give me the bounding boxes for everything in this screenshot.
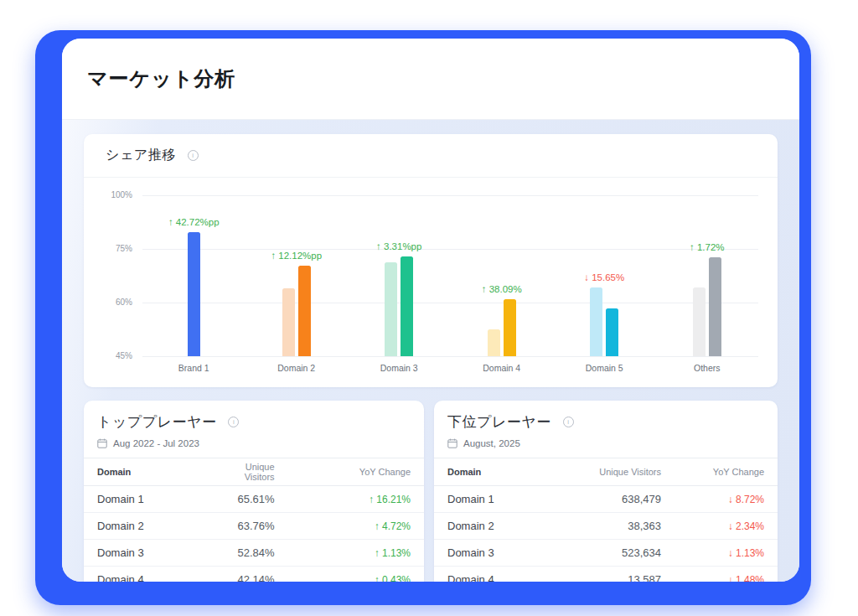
visitors-cell: 38,363 (555, 513, 675, 540)
date-range-label: Aug 2022 - Jul 2023 (113, 438, 199, 448)
plot-area: ↑ 42.72%pp↑ 12.12%pp↑ 3.31%pp↑ 38.09%↓ 1… (142, 195, 758, 356)
bar[interactable] (401, 256, 413, 356)
column-header: Domain (84, 458, 220, 486)
x-axis-label: Domain 3 (348, 363, 451, 373)
yoy-change-cell: ↓ 8.72% (675, 486, 778, 513)
calendar-icon (97, 438, 107, 448)
visitors-cell: 65.61% (220, 486, 287, 513)
visitors-cell: 63.76% (220, 513, 287, 540)
x-axis-label: Domain 2 (246, 363, 349, 373)
domain-cell: Domain 2 (434, 513, 555, 540)
table-header-row: DomainUnique VisitorsYoY Change (434, 458, 778, 486)
table-row: Domain 413,587↓ 1.48% (434, 567, 778, 582)
table-row: Domain 238,363↓ 2.34% (434, 513, 778, 540)
x-axis-label: Brand 1 (142, 363, 246, 373)
top-players-title: トッププレーヤー (97, 412, 216, 432)
change-label: ↓ 15.65% (584, 272, 624, 282)
domain-cell: Domain 3 (84, 540, 220, 567)
bar[interactable] (385, 262, 397, 356)
yoy-change-cell: ↓ 1.48% (675, 567, 778, 582)
visitors-cell: 638,479 (555, 486, 675, 513)
yoy-change-cell: ↓ 1.13% (675, 540, 778, 567)
visitors-cell: 52.84% (220, 540, 287, 567)
table-row: Domain 263.76%↑ 4.72% (84, 513, 424, 540)
domain-cell: Domain 4 (84, 567, 220, 582)
table-row: Domain 3523,634↓ 1.13% (434, 540, 778, 567)
column-header: Unique Visitors (220, 458, 287, 486)
top-players-header: トッププレーヤー i Aug 2022 - Jul 2023 (84, 401, 424, 458)
bar-group: ↑ 3.31%pp (348, 195, 451, 356)
bottom-players-card: 下位プレーヤー i August, 2025 (434, 401, 778, 582)
tables-row: トッププレーヤー i Aug 2022 - Jul 2023 (84, 401, 778, 582)
change-label: ↑ 42.72%pp (168, 217, 220, 227)
domain-cell: Domain 2 (84, 513, 220, 540)
visitors-cell: 523,634 (555, 540, 675, 567)
y-tick-label: 100% (84, 190, 132, 199)
bar[interactable] (504, 299, 516, 356)
x-axis-label: Domain 5 (553, 363, 656, 373)
x-axis-label: Domain 4 (451, 363, 554, 373)
date-range-label: August, 2025 (463, 438, 520, 448)
dashboard-panel: マーケット分析 シェア推移 i 100%75%60%45% ↑ 42.72%pp… (62, 39, 799, 582)
bar[interactable] (282, 288, 295, 356)
visitors-cell: 42.14% (220, 567, 287, 582)
app-frame: マーケット分析 シェア推移 i 100%75%60%45% ↑ 42.72%pp… (35, 30, 811, 605)
bar-group: ↑ 1.72% (656, 195, 759, 356)
domain-cell: Domain 3 (434, 540, 555, 567)
dashboard-content: シェア推移 i 100%75%60%45% ↑ 42.72%pp↑ 12.12%… (62, 120, 799, 582)
bar[interactable] (298, 266, 311, 356)
column-header: YoY Change (675, 458, 778, 486)
share-trend-chart: 100%75%60%45% ↑ 42.72%pp↑ 12.12%pp↑ 3.31… (84, 178, 778, 386)
bottom-players-date-range[interactable]: August, 2025 (447, 438, 764, 448)
share-trend-card: シェア推移 i 100%75%60%45% ↑ 42.72%pp↑ 12.12%… (84, 134, 778, 387)
bar-group: ↑ 42.72%pp (142, 195, 246, 356)
bar[interactable] (693, 287, 706, 356)
table-row: Domain 442.14%↑ 0.43% (84, 567, 424, 582)
bar-group: ↑ 12.12%pp (246, 195, 349, 356)
bottom-players-table: DomainUnique VisitorsYoY ChangeDomain 16… (434, 458, 778, 582)
visitors-cell: 13,587 (555, 567, 675, 582)
change-label: ↑ 38.09% (482, 284, 522, 294)
bar[interactable] (606, 308, 618, 356)
yoy-change-cell: ↑ 1.13% (288, 540, 424, 567)
column-header: Unique Visitors (555, 458, 675, 486)
change-label: ↑ 1.72% (690, 242, 725, 252)
x-axis: Brand 1Domain 2Domain 3Domain 4Domain 5O… (142, 363, 758, 373)
change-label: ↑ 3.31%pp (376, 241, 421, 251)
column-header: YoY Change (288, 458, 424, 486)
page-header: マーケット分析 (62, 39, 799, 120)
info-icon[interactable]: i (228, 417, 239, 427)
table-row: Domain 352.84%↑ 1.13% (84, 540, 424, 567)
yoy-change-cell: ↓ 2.34% (675, 513, 778, 540)
bar[interactable] (590, 287, 602, 356)
bottom-players-header: 下位プレーヤー i August, 2025 (434, 401, 778, 458)
share-trend-card-header: シェア推移 i (84, 134, 778, 178)
x-axis-label: Others (656, 363, 759, 373)
bar-group: ↑ 38.09% (451, 195, 554, 356)
table-row: Domain 1638,479↓ 8.72% (434, 486, 778, 513)
gridline (142, 356, 758, 357)
yoy-change-cell: ↑ 16.21% (288, 486, 424, 513)
bar[interactable] (188, 232, 200, 356)
domain-cell: Domain 4 (434, 567, 555, 582)
top-players-card: トッププレーヤー i Aug 2022 - Jul 2023 (84, 401, 424, 582)
yoy-change-cell: ↑ 0.43% (288, 567, 424, 582)
column-header: Domain (434, 458, 555, 486)
top-players-table: DomainUnique VisitorsYoY ChangeDomain 16… (84, 458, 424, 582)
table-header-row: DomainUnique VisitorsYoY Change (84, 458, 424, 486)
y-tick-label: 60% (84, 298, 132, 307)
domain-cell: Domain 1 (434, 486, 555, 513)
top-players-date-range[interactable]: Aug 2022 - Jul 2023 (97, 438, 411, 448)
calendar-icon (447, 438, 457, 448)
page-title: マーケット分析 (87, 65, 235, 92)
bar[interactable] (709, 257, 721, 356)
y-tick-label: 75% (84, 244, 132, 253)
bottom-players-title: 下位プレーヤー (447, 412, 551, 432)
y-tick-label: 45% (84, 351, 132, 360)
info-icon[interactable]: i (188, 150, 199, 161)
bar-group: ↓ 15.65% (553, 195, 656, 356)
bar[interactable] (488, 329, 500, 356)
domain-cell: Domain 1 (84, 486, 220, 513)
yoy-change-cell: ↑ 4.72% (288, 513, 424, 540)
info-icon[interactable]: i (563, 417, 574, 427)
